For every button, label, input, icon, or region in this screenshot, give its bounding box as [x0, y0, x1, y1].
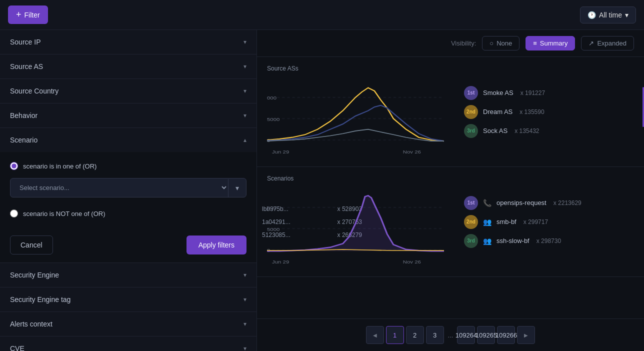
filter-item-security-engine: Security Engine ▾	[0, 263, 256, 288]
none-label: None	[496, 40, 512, 47]
filter-button[interactable]: + Filter	[8, 6, 48, 24]
scenarios-legend: 1st 📞 opensips-request x 2213629 2nd 👥 s…	[454, 167, 644, 276]
svg-text:5000: 5000	[267, 116, 280, 122]
source-as-chart-area: Source ASs 0 5000 000	[257, 57, 454, 166]
scenario-not-label[interactable]: scenario is NOT one of (OR)	[23, 210, 105, 218]
chart-icon: ↗	[588, 40, 594, 47]
chevron-down-icon: ▾	[244, 88, 246, 94]
source-ip-label: Source IP	[10, 38, 40, 46]
scenario-not-radio[interactable]	[10, 210, 18, 218]
smb-name: smb-bf	[496, 218, 516, 226]
chevron-down-icon: ▾	[244, 272, 246, 278]
summary-label: Summary	[540, 40, 568, 47]
sock-as-name: Sock AS	[483, 127, 508, 134]
scenario-label: Scenario	[10, 136, 38, 144]
ssh-name: ssh-slow-bf	[496, 237, 530, 244]
scenarios-legend-item-2: 2nd 👥 smb-bf x 299717	[464, 215, 634, 229]
legend-item-1: 1st Smoke AS x 191227	[464, 86, 634, 100]
svg-text:5000: 5000	[267, 226, 280, 232]
filter-header-cve[interactable]: CVE ▾	[0, 336, 256, 351]
filter-header-scenario[interactable]: Scenario ▴	[0, 128, 256, 152]
security-engine-label: Security Engine	[10, 271, 59, 279]
source-as-label: Source AS	[10, 62, 43, 70]
scenarios-svg: 0 5000 000 Jun 29 Nov 26	[267, 186, 444, 266]
scenario-or-radio[interactable]	[10, 162, 18, 170]
smb-count: x 299717	[524, 218, 548, 226]
page-2-button[interactable]: 2	[406, 326, 424, 344]
scenarios-legend-item-1: 1st 📞 opensips-request x 2213629	[464, 196, 634, 210]
right-panel: Visibility: ○ None ≡ Summary ↗ Expanded …	[257, 30, 644, 351]
dream-as-count: x 135590	[520, 108, 544, 116]
page-109264-button[interactable]: 109264	[457, 326, 475, 344]
filter-header-source-as[interactable]: Source AS ▾	[0, 54, 256, 78]
page-109265-button[interactable]: 109265	[477, 326, 495, 344]
filter-header-source-country[interactable]: Source Country ▾	[0, 79, 256, 103]
apply-filters-button[interactable]: Apply filters	[186, 236, 246, 254]
page-109266-button[interactable]: 109266	[497, 326, 515, 344]
smb-icon: 👥	[483, 218, 492, 226]
dream-as-name: Dream AS	[483, 108, 512, 116]
bars-icon: ≡	[533, 40, 537, 47]
cve-label: CVE	[10, 344, 24, 351]
page-1-button[interactable]: 1	[386, 326, 404, 344]
filter-header-security-engine-tag[interactable]: Security Engine tag ▾	[0, 288, 256, 312]
chevron-down-icon: ▾	[244, 320, 246, 328]
chevron-down-icon: ▾	[625, 11, 628, 19]
scenarios-chart-title: Scenarios	[267, 175, 444, 182]
filter-header-source-ip[interactable]: Source IP ▾	[0, 30, 256, 54]
smoke-as-name: Smoke AS	[483, 89, 514, 96]
chevron-down-icon: ▾	[244, 345, 246, 351]
alerts-context-label: Alerts context	[10, 320, 52, 328]
scenario-dropdown-button[interactable]: ▾	[228, 184, 246, 192]
filter-label: Filter	[24, 11, 40, 19]
scenarios-chart-area: Scenarios 0 5000 000	[257, 167, 454, 276]
svg-text:Nov 26: Nov 26	[403, 259, 421, 264]
page-next-button[interactable]: ▶	[517, 326, 535, 344]
filter-header-behavior[interactable]: Behavior ▾	[0, 104, 256, 128]
scenarios-rank-badge-1st: 1st	[464, 196, 478, 210]
visibility-none-button[interactable]: ○ None	[482, 36, 520, 50]
scenario-body: scenario is in one of (OR) Select scenar…	[0, 152, 256, 230]
visibility-expanded-button[interactable]: ↗ Expanded	[581, 36, 634, 50]
filter-item-source-as: Source AS ▾	[0, 54, 256, 79]
filter-header-security-engine[interactable]: Security Engine ▾	[0, 263, 256, 287]
filter-panel: Source IP ▾ Source AS ▾ Source Country ▾…	[0, 30, 257, 351]
opensips-name: opensips-request	[496, 199, 546, 206]
pagination: ◀ 1 2 3 ... 109264 109265 109266 ▶	[257, 318, 644, 351]
legend-item-3: 3rd Sock AS x 135432	[464, 124, 634, 138]
top-bar: + Filter 🕐 All time ▾	[0, 0, 644, 30]
opensips-icon: 📞	[483, 199, 492, 207]
chevron-down-icon: ▾	[244, 112, 246, 119]
svg-text:Jun 29: Jun 29	[272, 259, 289, 264]
scenario-select[interactable]: Select scenario...	[10, 178, 228, 197]
svg-marker-14	[267, 196, 444, 251]
filter-item-alerts-context: Alerts context ▾	[0, 312, 256, 336]
scenario-radio-not-row: scenario is NOT one of (OR)	[10, 206, 246, 222]
source-country-label: Source Country	[10, 87, 58, 95]
opensips-count: x 2213629	[554, 200, 582, 206]
svg-text:000: 000	[267, 205, 276, 210]
filter-item-scenario: Scenario ▴ scenario is in one of (OR) Se…	[0, 128, 256, 263]
page-3-button[interactable]: 3	[426, 326, 444, 344]
rank-badge-3rd: 3rd	[464, 124, 478, 138]
scenarios-legend-item-3: 3rd 👥 ssh-slow-bf x 298730	[464, 234, 634, 248]
plus-icon: +	[16, 10, 22, 20]
main-layout: Source IP ▾ Source AS ▾ Source Country ▾…	[0, 30, 644, 351]
expanded-label: Expanded	[597, 40, 626, 47]
all-time-button[interactable]: 🕐 All time ▾	[580, 6, 636, 24]
chevron-down-icon: ▾	[244, 38, 246, 46]
filter-item-source-country: Source Country ▾	[0, 79, 256, 104]
scenario-or-label[interactable]: scenario is in one of (OR)	[23, 162, 96, 170]
filter-header-alerts-context[interactable]: Alerts context ▾	[0, 312, 256, 336]
filter-item-source-ip: Source IP ▾	[0, 30, 256, 54]
cancel-button[interactable]: Cancel	[10, 236, 53, 254]
page-prev-button[interactable]: ◀	[366, 326, 384, 344]
chevron-down-icon: ▾	[244, 296, 246, 303]
visibility-summary-button[interactable]: ≡ Summary	[526, 36, 575, 50]
sock-as-count: x 135432	[514, 128, 539, 134]
scenarios-rank-badge-3rd: 3rd	[464, 234, 478, 248]
filter-actions: Cancel Apply filters	[0, 230, 256, 262]
scenarios-chart-row: lbb375b... x 528903 1a04291... x 270753 …	[257, 167, 644, 277]
ssh-icon: 👥	[483, 237, 492, 245]
page-ellipsis: ...	[446, 332, 456, 339]
